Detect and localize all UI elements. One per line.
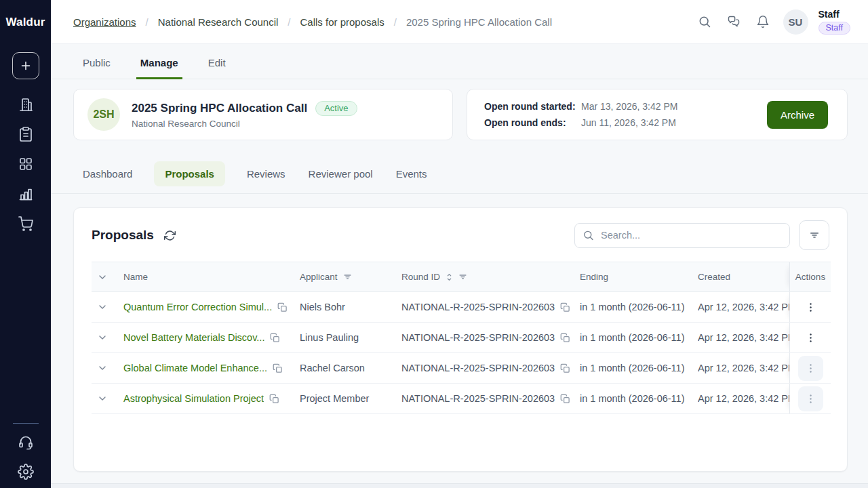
round-summary-card: Open round started: Mar 13, 2026, 3:42 P… xyxy=(467,89,848,140)
row-expander-icon[interactable] xyxy=(97,302,108,312)
organizations-icon[interactable] xyxy=(18,96,34,113)
table-row: Quantum Error Correction Simul... Niels … xyxy=(92,292,831,323)
status-badge: Active xyxy=(315,101,357,116)
applicant-name: Linus Pauling xyxy=(300,332,359,343)
subnav-dashboard[interactable]: Dashboard xyxy=(81,161,134,186)
ending-value: in 1 month (2026-06-11) xyxy=(580,302,685,312)
proposal-link[interactable]: Global Climate Model Enhance... xyxy=(123,363,267,373)
breadcrumb-organizations[interactable]: Organizations xyxy=(73,16,136,28)
topbar-actions: SU Staff Staff xyxy=(682,9,850,35)
call-title: 2025 Spring HPC Allocation Call xyxy=(132,102,307,115)
row-expander-icon[interactable] xyxy=(97,363,108,373)
proposal-link[interactable]: Quantum Error Correction Simul... xyxy=(123,302,272,312)
sort-icon[interactable] xyxy=(445,272,454,283)
table-body: Quantum Error Correction Simul... Niels … xyxy=(92,292,831,414)
proposals-clipboard-icon[interactable] xyxy=(18,126,34,142)
copy-icon[interactable] xyxy=(560,394,570,404)
settings-gear-icon[interactable] xyxy=(18,464,34,480)
table-row: Astrophysical Simulation Project Project… xyxy=(92,384,831,414)
subnav-proposals[interactable]: Proposals xyxy=(154,161,225,186)
proposal-link[interactable]: Astrophysical Simulation Project xyxy=(123,393,264,404)
table-row: Global Climate Model Enhance... Rachel C… xyxy=(92,353,831,384)
marketplace-cart-icon[interactable] xyxy=(18,216,34,232)
search-icon[interactable] xyxy=(698,15,711,28)
round-id: NATIONAL-R-2025-SPRIN-202603 xyxy=(401,363,555,373)
ending-value: in 1 month (2026-06-11) xyxy=(580,363,685,373)
kebab-menu-icon xyxy=(805,332,816,344)
refresh-icon[interactable] xyxy=(164,230,176,241)
notifications-bell-icon[interactable] xyxy=(756,15,770,28)
column-header-ending: Ending xyxy=(580,272,608,282)
proposal-link[interactable]: Novel Battery Materials Discov... xyxy=(123,332,264,343)
copy-icon[interactable] xyxy=(270,333,280,343)
copy-icon[interactable] xyxy=(269,394,279,404)
add-button[interactable] xyxy=(12,52,39,79)
copy-icon[interactable] xyxy=(277,302,288,312)
subnav-reviewer-pool[interactable]: Reviewer pool xyxy=(307,161,374,186)
tab-edit[interactable]: Edit xyxy=(207,57,227,79)
breadcrumb-organization-name[interactable]: National Research Council xyxy=(158,16,279,28)
copy-icon[interactable] xyxy=(560,363,570,373)
staff-role-badge: Staff xyxy=(818,22,850,35)
kebab-menu-icon xyxy=(805,393,816,405)
breadcrumb: Organizations / National Research Counci… xyxy=(73,16,552,28)
column-header-actions: Actions xyxy=(795,272,825,282)
call-avatar: 2SH xyxy=(87,98,120,131)
topbar: Organizations / National Research Counci… xyxy=(51,0,868,44)
round-id: NATIONAL-R-2025-SPRIN-202603 xyxy=(401,302,555,312)
applicant-name: Rachel Carson xyxy=(300,363,365,373)
row-expander-icon[interactable] xyxy=(97,332,108,343)
tab-public[interactable]: Public xyxy=(81,57,112,79)
apps-grid-icon[interactable] xyxy=(18,156,34,172)
created-value: Apr 12, 2026, 3:42 PM xyxy=(698,393,789,404)
proposals-table: Name Applicant Round ID Ending Created xyxy=(92,262,831,414)
page-content: Public Manage Edit 2SH 2025 Spring HPC A… xyxy=(51,44,868,488)
ending-value: in 1 month (2026-06-11) xyxy=(580,393,685,404)
subnav-reviews[interactable]: Reviews xyxy=(245,161,287,186)
copy-icon[interactable] xyxy=(560,333,570,343)
plus-icon xyxy=(18,58,33,73)
user-name: Staff xyxy=(818,9,840,20)
panel-title: Proposals xyxy=(92,228,154,243)
waldur-logo: Waldur xyxy=(5,0,45,44)
search-field-wrap xyxy=(574,223,790,248)
search-icon xyxy=(583,230,594,241)
archive-button[interactable]: Archive xyxy=(767,101,828,129)
row-expander-icon[interactable] xyxy=(97,393,108,404)
round-ends-label: Open round ends: xyxy=(484,117,581,128)
ending-value: in 1 month (2026-06-11) xyxy=(580,332,685,343)
user-meta: Staff Staff xyxy=(818,9,850,35)
row-actions-button[interactable] xyxy=(802,299,819,316)
row-actions-button[interactable] xyxy=(802,329,819,346)
search-input[interactable] xyxy=(574,223,790,248)
copy-icon[interactable] xyxy=(560,302,570,312)
round-dates: Open round started: Mar 13, 2026, 3:42 P… xyxy=(484,101,677,128)
support-headset-icon[interactable] xyxy=(18,434,34,451)
kebab-menu-icon xyxy=(805,302,816,313)
breadcrumb-separator: / xyxy=(146,16,149,28)
row-actions-button[interactable] xyxy=(798,386,823,411)
created-value: Apr 12, 2026, 3:42 PM xyxy=(698,363,789,373)
filter-button[interactable] xyxy=(799,220,829,250)
column-header-round-id: Round ID xyxy=(401,272,440,282)
subnav-events[interactable]: Events xyxy=(395,161,429,186)
round-ends-value: Jun 11, 2026, 3:42 PM xyxy=(581,117,676,128)
sidebar-bottom xyxy=(13,423,39,488)
breadcrumb-calls-for-proposals[interactable]: Calls for proposals xyxy=(300,16,384,28)
table-header-row: Name Applicant Round ID Ending Created xyxy=(92,262,831,292)
call-summary-card: 2SH 2025 Spring HPC Allocation Call Acti… xyxy=(73,89,453,140)
column-header-created: Created xyxy=(698,272,730,282)
applicant-name: Project Member xyxy=(300,393,369,404)
row-actions-button[interactable] xyxy=(798,356,823,381)
chat-icon[interactable] xyxy=(727,15,741,28)
tab-manage[interactable]: Manage xyxy=(139,57,180,79)
main-area: Organizations / National Research Counci… xyxy=(51,0,868,488)
copy-icon[interactable] xyxy=(273,363,283,373)
column-filter-icon[interactable] xyxy=(458,272,468,282)
reporting-chart-icon[interactable] xyxy=(18,186,34,202)
summary-cards: 2SH 2025 Spring HPC Allocation Call Acti… xyxy=(51,79,868,140)
chevron-down-icon[interactable] xyxy=(97,272,108,283)
call-info: 2025 Spring HPC Allocation Call Active N… xyxy=(132,101,357,129)
column-filter-icon[interactable] xyxy=(342,272,353,282)
avatar[interactable]: SU xyxy=(783,9,808,35)
